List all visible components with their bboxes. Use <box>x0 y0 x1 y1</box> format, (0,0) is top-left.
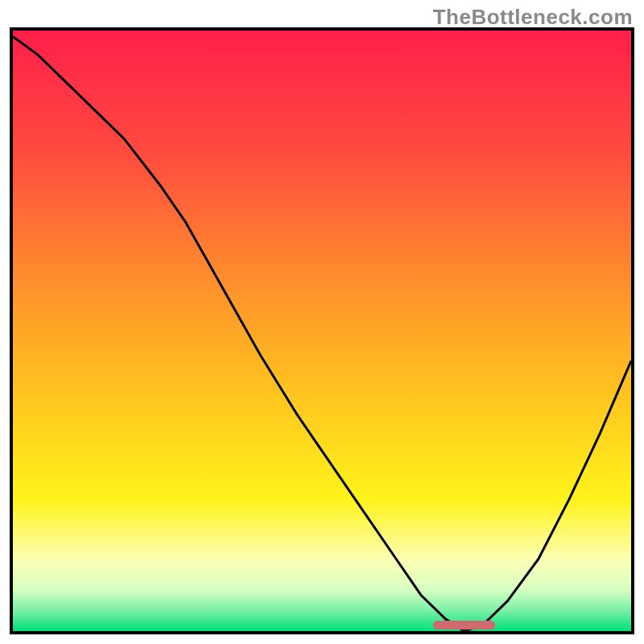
chart-frame: TheBottleneck.com <box>0 0 644 644</box>
plot-area <box>13 31 631 631</box>
plot-border <box>10 27 634 634</box>
bottleneck-curve <box>13 31 631 631</box>
watermark-text: TheBottleneck.com <box>433 5 633 30</box>
optimal-range-marker <box>433 621 495 630</box>
